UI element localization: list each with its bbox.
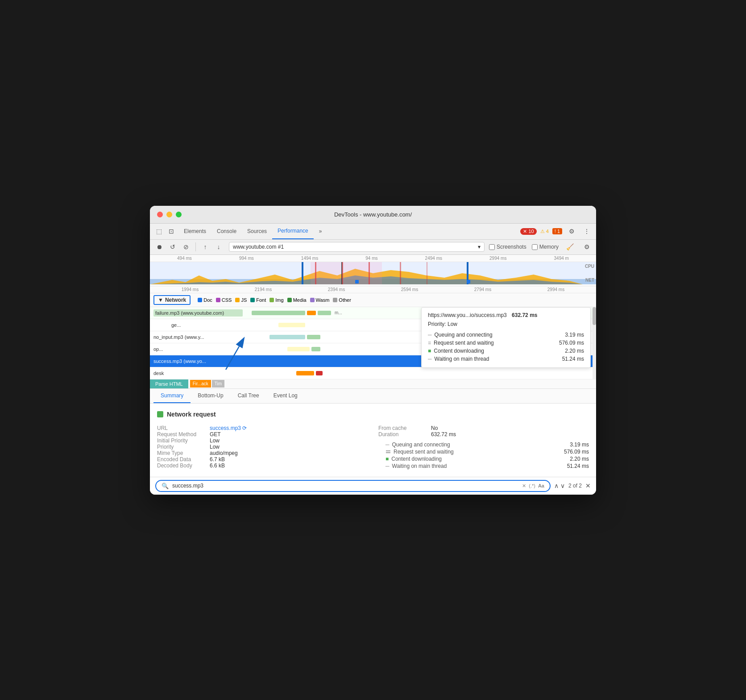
screenshots-checkbox[interactable] xyxy=(489,244,495,250)
toolbar-sep1 xyxy=(195,242,196,251)
settings-button[interactable]: ⚙ xyxy=(566,225,577,237)
tab-performance[interactable]: Performance xyxy=(272,223,314,239)
record-button[interactable]: ⏺ xyxy=(153,241,165,253)
capture-settings-button[interactable]: ⚙ xyxy=(581,241,593,253)
cache-val: No xyxy=(431,425,438,431)
summary-row-method: Request Method GET xyxy=(157,431,368,438)
search-options: ✕ (.*) Aa xyxy=(522,483,544,489)
dur-icon-1 xyxy=(385,449,391,454)
dur-text-3: Waiting on main thread xyxy=(392,463,447,469)
more-options-button[interactable]: ⋮ xyxy=(581,225,593,237)
req-more-0: m... xyxy=(335,310,342,315)
close-button[interactable] xyxy=(157,212,163,217)
type-media: Media xyxy=(287,297,307,303)
tab-bottom-up[interactable]: Bottom-Up xyxy=(191,389,230,403)
type-css: CSS xyxy=(216,297,232,303)
clear-button[interactable]: ⊘ xyxy=(180,241,192,253)
scrollbar-thumb[interactable] xyxy=(593,307,596,325)
summary-row-decoded: Decoded Body 6.6 kB xyxy=(157,462,368,469)
tab-call-tree[interactable]: Call Tree xyxy=(231,389,266,403)
summary-row-init-priority: Initial Priority Low xyxy=(157,438,368,444)
type-js: JS xyxy=(235,297,247,303)
duration-key: Duration xyxy=(378,431,427,438)
url-refresh-icon[interactable]: ⟳ xyxy=(242,425,247,431)
tab-console[interactable]: Console xyxy=(211,223,242,239)
search-case-button[interactable]: Aa xyxy=(538,483,544,488)
tab-summary[interactable]: Summary xyxy=(153,389,191,403)
dur-label-1: Request sent and waiting xyxy=(385,449,454,455)
priority-key: Priority xyxy=(157,444,206,450)
network-label[interactable]: ▼ Network xyxy=(153,295,191,305)
search-input-wrapper: 🔍 ✕ (.*) Aa xyxy=(155,480,551,492)
timing-label-2: ■ Content downloading xyxy=(428,348,484,354)
dur-label-0: ─ Queuing and connecting xyxy=(385,442,450,448)
other-dot xyxy=(333,298,337,302)
timing-label-3: ─ Waiting on main thread xyxy=(428,356,489,362)
screenshots-check[interactable]: Screenshots xyxy=(489,244,526,250)
type-doc: Doc xyxy=(198,297,212,303)
timing-row-0: ─ Queuing and connecting 3.19 ms xyxy=(428,331,584,339)
req-bar-red-5 xyxy=(316,371,323,375)
type-badges: Doc CSS JS Font Img Media xyxy=(198,297,351,303)
tab-elements[interactable]: Elements xyxy=(178,223,211,239)
device-icon[interactable]: ⊡ xyxy=(166,226,177,237)
tooltip-duration: 632.72 ms xyxy=(512,312,537,318)
dur-text-1: Request sent and waiting xyxy=(394,449,454,455)
type-wasm: Wasm xyxy=(310,297,330,303)
vertical-scrollbar[interactable] xyxy=(593,307,596,379)
url-link[interactable]: success.mp3 xyxy=(210,425,241,431)
js-dot xyxy=(235,298,240,302)
svg-rect-12 xyxy=(467,280,470,283)
url-dropdown-icon[interactable]: ▾ xyxy=(478,244,481,250)
reload-button[interactable]: ↺ xyxy=(167,241,178,253)
font-dot xyxy=(250,298,255,302)
search-clear-button[interactable]: ✕ xyxy=(522,483,526,489)
search-next-button[interactable]: ∨ xyxy=(560,482,565,489)
tab-sources[interactable]: Sources xyxy=(242,223,272,239)
parse-html-row: Parse HTML Fir...ack Tim xyxy=(150,379,596,389)
devtools-window: DevTools - www.youtube.com/ ⬚ ⊡ Elements… xyxy=(150,206,596,495)
timing-text-3: Waiting on main thread xyxy=(435,356,489,362)
ntl-0: 1994 ms xyxy=(182,287,199,292)
timing-label-1: ≡ Request sent and waiting xyxy=(428,340,494,346)
search-input[interactable] xyxy=(172,483,518,489)
dur-val-2: 2.20 ms xyxy=(570,456,589,462)
maximize-button[interactable] xyxy=(176,212,182,217)
tab-more[interactable]: » xyxy=(314,223,327,239)
tooltip-url: https://www.you...io/success.mp3 632.72 … xyxy=(428,312,584,318)
req-label-1: ge... xyxy=(153,322,243,328)
timeline-overview[interactable]: 494 ms 994 ms 1494 ms 94 ms 2494 ms 2994… xyxy=(150,255,596,286)
clean-icon[interactable]: 🧹 xyxy=(564,241,576,253)
minimize-button[interactable] xyxy=(166,212,172,217)
tab-event-log[interactable]: Event Log xyxy=(266,389,305,403)
memory-checkbox[interactable] xyxy=(532,244,538,250)
img-label: Img xyxy=(275,297,283,303)
network-triangle: ▼ xyxy=(158,297,163,303)
download-button[interactable]: ↓ xyxy=(213,241,224,253)
dur-row-1: Request sent and waiting 576.09 ms xyxy=(385,448,589,455)
req-bar-5 xyxy=(243,369,593,378)
summary-grid: URL success.mp3 ⟳ Request Method GET Ini… xyxy=(157,425,589,470)
memory-check[interactable]: Memory xyxy=(532,244,559,250)
summary-left-col: URL success.mp3 ⟳ Request Method GET Ini… xyxy=(157,425,368,470)
memory-label: Memory xyxy=(539,244,559,250)
dur-icon-3: ─ xyxy=(385,463,390,469)
timing-icon-3: ─ xyxy=(428,356,432,362)
tooltip-url-text: https://www.you...io/success.mp3 xyxy=(428,312,507,318)
search-regex-button[interactable]: (.*) xyxy=(529,483,535,488)
cursor-icon[interactable]: ⬚ xyxy=(153,226,164,237)
priority-val: Low xyxy=(210,444,220,450)
dur-val-3: 51.24 ms xyxy=(567,463,589,469)
search-close-button[interactable]: ✕ xyxy=(585,482,591,489)
parse-html-bar: Parse HTML xyxy=(150,379,188,388)
timing-val-1: 576.09 ms xyxy=(559,340,584,346)
search-prev-button[interactable]: ∧ xyxy=(554,482,559,489)
request-row-5[interactable]: desk xyxy=(150,367,596,379)
url-bar: www.youtube.com #1 ▾ xyxy=(229,242,485,252)
summary-row-priority: Priority Low xyxy=(157,444,368,450)
upload-button[interactable]: ↑ xyxy=(199,241,211,253)
ntl-1: 2194 ms xyxy=(255,287,272,292)
summary-row-encoded: Encoded Data 6.7 kB xyxy=(157,456,368,462)
screenshots-label: Screenshots xyxy=(497,244,526,250)
req-bar-yellow-3 xyxy=(287,347,310,351)
